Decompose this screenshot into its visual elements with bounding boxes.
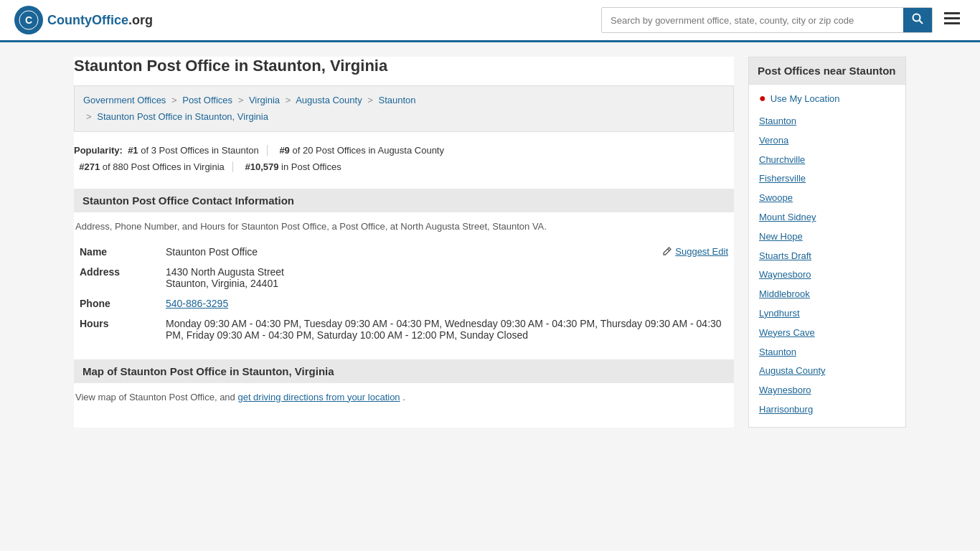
breadcrumb-sep-3: > [286,95,291,105]
pop-text-4: in Post Offices [281,161,341,172]
suggest-edit-label: Suggest Edit [675,246,728,257]
map-section-header: Map of Staunton Post Office in Staunton,… [74,359,734,383]
breadcrumb-link-staunton[interactable]: Staunton [379,95,416,105]
contact-description: Address, Phone Number, and Hours for Sta… [74,221,734,232]
main-content: Staunton Post Office in Staunton, Virgin… [74,57,734,428]
map-directions-link[interactable]: get driving directions from your locatio… [237,392,400,402]
svg-line-3 [920,21,923,24]
popularity: Popularity: #1 of 3 Post Offices in Stau… [74,142,734,176]
hours-label: Hours [74,314,160,345]
svg-text:C: C [25,14,32,26]
breadcrumb-link-va[interactable]: Virginia [249,95,280,105]
phone-value: 540-886-3295 [160,293,734,314]
breadcrumb-link-gov[interactable]: Government Offices [83,95,166,105]
svg-rect-6 [944,22,960,24]
location-pin-icon: ● [759,92,766,105]
logo-text: CountyOffice.org [47,13,153,28]
pop-rank-4: #10,579 [245,161,278,172]
sidebar-item[interactable]: Staunton [759,343,895,362]
pop-div-2 [232,161,239,172]
table-row-name: Name Staunton Post Office Suggest Edit [74,242,734,262]
search-input[interactable] [602,10,903,31]
svg-rect-5 [944,17,960,19]
sidebar-item[interactable]: Swoope [759,189,895,208]
table-row-address: Address 1430 North Augusta Street Staunt… [74,262,734,293]
pop-text-2: of 20 Post Offices in Augusta County [292,145,444,156]
info-table: Name Staunton Post Office Suggest Edit A… [74,242,734,345]
logo: C CountyOffice.org [14,6,153,34]
sidebar-item[interactable]: Augusta County [759,362,895,381]
search-button[interactable] [903,8,932,32]
phone-label: Phone [74,293,160,314]
map-description: View map of Staunton Post Office, and ge… [74,392,734,402]
use-location-label: Use My Location [771,93,840,104]
pop-rank-1: #1 [128,145,138,156]
name-label: Name [74,242,160,262]
name-value: Staunton Post Office Suggest Edit [160,242,734,262]
suggest-edit-link[interactable]: Suggest Edit [662,246,728,257]
sidebar-item[interactable]: Middlebrook [759,285,895,304]
sidebar-item[interactable]: Stuarts Draft [759,247,895,266]
breadcrumb-link-post[interactable]: Post Offices [182,95,232,105]
address-line1: 1430 North Augusta Street [166,266,728,278]
sidebar-item[interactable]: Mount Sidney [759,208,895,227]
sidebar-item[interactable]: Churchville [759,151,895,170]
header: C CountyOffice.org [0,0,980,42]
pop-text-1: of 3 Post Offices in Staunton [141,145,259,156]
sidebar-item[interactable]: New Hope [759,227,895,247]
breadcrumb: Government Offices > Post Offices > Virg… [74,85,734,132]
sidebar-title: Post Offices near Staunton [748,57,906,85]
svg-rect-4 [944,12,960,14]
address-line2: Staunton, Virginia, 24401 [166,278,728,289]
sidebar-item[interactable]: Fishersville [759,169,895,189]
address-value: 1430 North Augusta Street Staunton, Virg… [160,262,734,293]
page-title: Staunton Post Office in Staunton, Virgin… [74,57,734,75]
map-desc-end: . [402,392,405,402]
sidebar: Post Offices near Staunton ● Use My Loca… [748,57,906,428]
pop-div-1 [267,145,273,156]
logo-icon: C [14,6,43,34]
sidebar-item[interactable]: Weyers Cave [759,324,895,343]
svg-line-7 [668,249,670,251]
pop-rank-2: #9 [279,145,289,156]
breadcrumb-link-current[interactable]: Staunton Post Office in Staunton, Virgin… [97,111,268,122]
sidebar-item[interactable]: Harrisonburg [759,400,895,420]
sidebar-item[interactable]: Staunton [759,112,895,131]
pop-rank-3: #271 [79,161,100,172]
use-location-link[interactable]: ● Use My Location [759,92,895,105]
content-wrapper: Staunton Post Office in Staunton, Virgin… [60,42,920,442]
table-row-phone: Phone 540-886-3295 [74,293,734,314]
pop-text-3: of 880 Post Offices in Virginia [103,161,225,172]
breadcrumb-sep-1: > [171,95,177,105]
breadcrumb-link-augusta[interactable]: Augusta County [296,95,362,105]
table-row-hours: Hours Monday 09:30 AM - 04:30 PM, Tuesda… [74,314,734,345]
breadcrumb-sep-2: > [238,95,244,105]
sidebar-item[interactable]: Verona [759,131,895,151]
contact-section-header: Staunton Post Office Contact Information [74,189,734,212]
breadcrumb-sep-4: > [367,95,373,105]
map-desc-start: View map of Staunton Post Office, and [75,392,237,402]
hours-value: Monday 09:30 AM - 04:30 PM, Tuesday 09:3… [160,314,734,345]
sidebar-item[interactable]: Waynesboro [759,381,895,400]
breadcrumb-sep-5: > [86,111,92,122]
phone-link[interactable]: 540-886-3295 [166,298,228,309]
sidebar-item[interactable]: Lyndhurst [759,304,895,324]
menu-button[interactable] [938,8,966,32]
search-bar [601,7,933,33]
address-label: Address [74,262,160,293]
sidebar-item[interactable]: Waynesboro [759,265,895,285]
sidebar-content: ● Use My Location StauntonVeronaChurchvi… [748,85,906,428]
popularity-label: Popularity: [74,145,123,156]
header-right [601,7,966,33]
svg-point-2 [913,14,920,22]
sidebar-links-list: StauntonVeronaChurchvilleFishersvilleSwo… [759,112,895,420]
